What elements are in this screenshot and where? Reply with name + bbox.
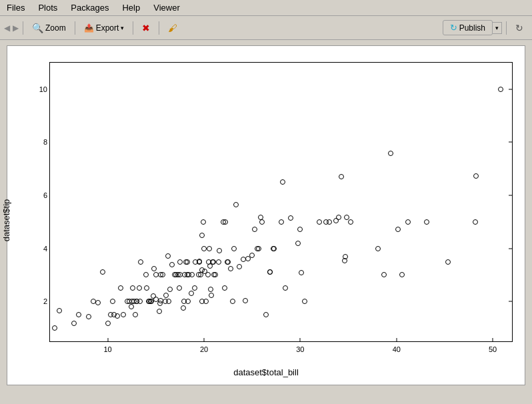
data-point (166, 299, 171, 304)
x-axis-label: dataset$total_bill (233, 367, 299, 377)
plot-container: dataset$tip dataset$total_bill 246810102… (7, 45, 525, 385)
data-point (283, 285, 288, 291)
data-point (381, 272, 387, 277)
data-point (138, 259, 143, 265)
data-point (181, 305, 186, 311)
data-point (317, 219, 322, 225)
x-tick-mark (300, 338, 301, 341)
data-point (222, 285, 227, 291)
data-point (52, 325, 57, 331)
chart-area: 2468101020304050 (49, 62, 513, 342)
data-point (216, 259, 221, 265)
plot-wrapper: dataset$tip dataset$total_bill 246810102… (13, 52, 519, 379)
data-point (71, 321, 77, 326)
data-point (405, 219, 411, 225)
data-point (192, 285, 197, 291)
back-arrow-icon: ◀ (4, 23, 10, 33)
toolbar-separator-3 (133, 21, 133, 35)
data-point (129, 304, 134, 309)
data-point (209, 293, 214, 298)
data-point (177, 285, 182, 291)
data-point (185, 259, 190, 265)
data-point (207, 246, 212, 251)
y-tick-label: 2 (43, 297, 47, 305)
data-point (189, 291, 194, 296)
data-point (177, 259, 183, 265)
data-point (118, 285, 123, 291)
publish-label: Publish (459, 23, 485, 33)
data-point (86, 314, 91, 319)
data-point (271, 246, 277, 251)
data-point (201, 219, 206, 225)
export-button[interactable]: 📤 Export ▾ (79, 21, 129, 35)
data-point (133, 312, 138, 317)
refresh-button[interactable]: ↻ (511, 21, 528, 35)
data-point (295, 241, 301, 246)
publish-icon: ↻ (450, 23, 457, 33)
y-tick-mark (509, 195, 512, 196)
data-point (256, 246, 261, 251)
export-dropdown-icon: ▾ (121, 25, 124, 31)
data-point (267, 269, 273, 275)
data-point (143, 272, 149, 277)
y-tick-label: 6 (43, 191, 47, 199)
data-point (185, 299, 191, 304)
data-point (279, 219, 284, 225)
data-point (165, 253, 171, 259)
data-point (76, 312, 81, 317)
broom-button[interactable]: 🖌 (163, 21, 182, 35)
data-point (213, 272, 218, 277)
data-point (163, 293, 169, 298)
y-tick-mark (509, 301, 512, 302)
data-point (395, 227, 401, 232)
y-tick-label: 10 (39, 85, 47, 93)
toolbar-separator-5 (506, 21, 507, 35)
data-point (144, 285, 149, 291)
toolbar-separator-1 (23, 21, 23, 35)
publish-button[interactable]: ↻ Publish (443, 20, 493, 35)
data-point (252, 227, 257, 232)
data-point (339, 174, 344, 179)
zoom-icon: 🔍 (32, 23, 43, 33)
clear-button[interactable]: ✖ (137, 21, 155, 35)
x-tick-label: 20 (200, 345, 208, 353)
export-icon: 📤 (84, 23, 94, 33)
data-point (302, 299, 307, 304)
y-tick-mark (509, 248, 512, 249)
x-tick-mark (107, 338, 108, 341)
x-tick-label: 10 (104, 345, 112, 353)
refresh-icon: ↻ (515, 23, 523, 33)
data-point (223, 219, 228, 225)
menu-help[interactable]: Help (118, 1, 144, 14)
data-point (231, 246, 237, 251)
data-point (399, 272, 405, 277)
x-tick-mark (396, 338, 397, 341)
menu-plots[interactable]: Plots (34, 1, 61, 14)
menu-packages[interactable]: Packages (67, 1, 113, 14)
data-point (203, 299, 209, 304)
data-point (343, 254, 348, 259)
data-point (228, 266, 233, 271)
publish-group: ↻ Publish ▾ (443, 20, 502, 35)
data-point (249, 253, 255, 258)
toolbar-separator-4 (159, 21, 159, 35)
data-point (105, 321, 111, 326)
data-point (167, 287, 173, 292)
data-point (297, 227, 303, 232)
y-tick-mark (509, 89, 512, 89)
data-point (445, 259, 451, 265)
data-point (259, 219, 265, 225)
publish-dropdown-button[interactable]: ▾ (493, 22, 502, 34)
menu-viewer[interactable]: Viewer (149, 1, 184, 14)
menu-files[interactable]: Files (3, 1, 29, 14)
data-point (243, 298, 248, 303)
data-point (199, 233, 205, 238)
data-point (100, 269, 105, 275)
zoom-button[interactable]: 🔍 Zoom (27, 21, 71, 35)
data-point (137, 285, 142, 291)
data-point (230, 299, 235, 304)
data-point (348, 219, 353, 225)
data-point (233, 202, 239, 207)
y-tick-label: 8 (43, 138, 47, 146)
data-point (110, 299, 115, 304)
